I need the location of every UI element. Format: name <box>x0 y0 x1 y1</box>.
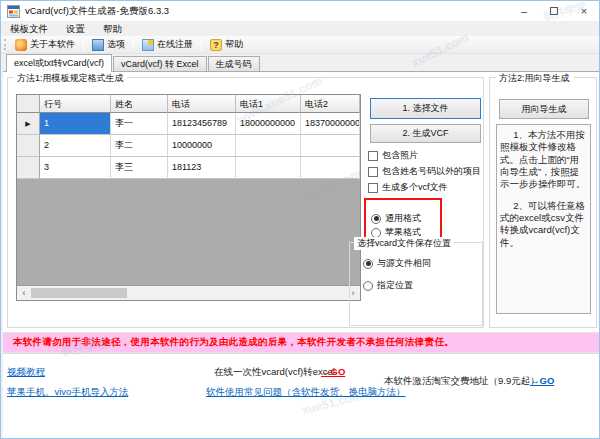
scrollbar-track[interactable] <box>31 286 346 300</box>
toolbar-register-button[interactable]: 在线注册 <box>137 38 198 51</box>
video-tutorial-link[interactable]: 视频教程 <box>7 366 45 379</box>
taobao-payment-text: 本软件激活淘宝交费地址（9.9元起） <box>384 375 540 388</box>
about-icon <box>15 39 27 51</box>
column-header[interactable]: 姓名 <box>111 95 168 113</box>
legal-warning-text: 本软件请勿用于非法途径，使用本软件的行为及由此造成的后果，本软件开发者不承担任何… <box>13 336 454 349</box>
close-button[interactable]: × <box>569 1 599 21</box>
toolbar-about-button[interactable]: 关于本软件 <box>10 38 80 51</box>
app-window: 软件学堂 xue51.com www.xue51.com xue51.com 软… <box>0 0 600 439</box>
column-header[interactable]: 电话 <box>168 95 236 113</box>
method1-groupbox: 方法1:用模板规定格式生成 行号 姓名 电话 电话1 电话2 ▶ 1 李一 18… <box>7 77 484 328</box>
save-location-groupbox: 选择vcard文件保存位置 与源文件相同 指定位置 <box>349 242 483 326</box>
table-cell[interactable]: 18000000000 <box>236 113 301 135</box>
table-cell[interactable]: 2 <box>40 135 111 157</box>
radio-same-as-source[interactable]: 与源文件相同 <box>363 257 431 270</box>
faq-link[interactable]: 软件使用常见问题（含软件发货、换电脑方法） <box>206 386 406 399</box>
select-file-button[interactable]: 1. 选择文件 <box>370 98 481 119</box>
method1-title: 方法1:用模板规定格式生成 <box>14 72 127 85</box>
legal-warning-bar: 本软件请勿用于非法途径，使用本软件的行为及由此造成的后果，本软件开发者不承担任何… <box>3 332 599 353</box>
instructions-paragraph: 2、可以将任意格式的excel或csv文件转换成vcard(vcf)文件。 <box>500 200 587 249</box>
footer-links-panel: 视频教程 苹果手机、vivo手机导入方法 在线一次性vcard(vcf)转exc… <box>3 353 599 438</box>
horizontal-scrollbar[interactable]: ‹ › <box>17 285 360 300</box>
minimize-button[interactable]: – <box>509 1 539 21</box>
tab-page: 方法1:用模板规定格式生成 行号 姓名 电话 电话1 电话2 ▶ 1 李一 18… <box>3 71 599 332</box>
column-header[interactable]: 行号 <box>40 95 111 113</box>
checkbox-icon <box>368 167 378 177</box>
table-row: 2 李二 10000000 <box>17 135 360 157</box>
table-cell[interactable]: 1 <box>40 113 111 135</box>
radio-icon <box>371 228 381 238</box>
generate-vcf-button[interactable]: 2. 生成VCF <box>370 124 481 143</box>
tab-strip: excel或txt转vCard(vcf) vCard(vcf) 转 Excel … <box>3 54 597 71</box>
toolbar-register-label: 在线注册 <box>157 38 193 51</box>
menu-settings[interactable]: 设置 <box>57 21 94 36</box>
toolbar-separator <box>83 39 84 51</box>
scroll-left-icon[interactable]: ‹ <box>17 286 31 300</box>
table-cell[interactable]: 183700000000 <box>301 113 360 135</box>
window-controls: – × <box>509 1 599 21</box>
table-row: ▶ 1 李一 18123456789 18000000000 183700000… <box>17 113 360 135</box>
contacts-table: 行号 姓名 电话 电话1 电话2 ▶ 1 李一 18123456789 1800… <box>16 94 361 301</box>
table-cell[interactable]: 李三 <box>111 157 168 179</box>
radio-generic-format[interactable]: 通用格式 <box>371 212 421 225</box>
row-selector[interactable] <box>17 135 40 157</box>
toolbar: 关于本软件 选项 在线注册 ? 帮助 <box>1 36 599 54</box>
radio-selected-icon <box>363 259 373 269</box>
checkbox-icon <box>368 183 378 193</box>
menu-template-file[interactable]: 模板文件 <box>1 21 57 36</box>
table-cell[interactable]: 18123456789 <box>168 113 236 135</box>
table-cell[interactable] <box>301 157 360 179</box>
toolbar-separator <box>201 39 202 51</box>
radio-icon <box>363 281 373 291</box>
maximize-button[interactable] <box>539 1 569 21</box>
app-icon <box>7 5 20 18</box>
scrollbar-thumb[interactable] <box>31 288 127 298</box>
column-header[interactable]: 电话1 <box>236 95 301 113</box>
radio-label: 与源文件相同 <box>377 257 431 270</box>
toolbar-help-button[interactable]: ? 帮助 <box>205 38 248 51</box>
toolbar-help-label: 帮助 <box>225 38 243 51</box>
menu-help[interactable]: 帮助 <box>94 21 131 36</box>
tab-vcard-to-excel[interactable]: vCard(vcf) 转 Excel <box>113 56 207 71</box>
table-cell[interactable]: 181123 <box>168 157 236 179</box>
checkbox-label: 包含照片 <box>382 149 418 162</box>
checkbox-icon <box>368 151 378 161</box>
table-cell[interactable]: 李一 <box>111 113 168 135</box>
row-selector[interactable] <box>17 157 40 179</box>
apple-vivo-import-link[interactable]: 苹果手机、vivo手机导入方法 <box>7 386 128 399</box>
toolbar-about-label: 关于本软件 <box>30 38 75 51</box>
toolbar-options-button[interactable]: 选项 <box>87 38 130 51</box>
column-header[interactable]: 电话2 <box>301 95 360 113</box>
checkbox-include-extra-fields[interactable]: 包含姓名号码以外的项目 <box>368 165 481 178</box>
radio-selected-icon <box>371 214 381 224</box>
table-cell[interactable]: 李二 <box>111 135 168 157</box>
menu-bar: 模板文件 设置 帮助 <box>1 21 599 36</box>
table-cell[interactable]: 3 <box>40 157 111 179</box>
options-icon <box>92 39 104 51</box>
tab-excel-to-vcard[interactable]: excel或txt转vCard(vcf) <box>6 54 112 72</box>
table-cell[interactable]: 10000000 <box>168 135 236 157</box>
method2-groupbox: 方法2:用向导生成 用向导生成 1、本方法不用按照模板文件修改格式。点击上面的“… <box>489 77 597 328</box>
current-row-marker-icon[interactable]: ▶ <box>17 113 40 135</box>
checkbox-label: 包含姓名号码以外的项目 <box>382 165 481 178</box>
table-cell[interactable] <box>301 135 360 157</box>
window-title: vCard(vcf)文件生成器-免费版6.3.3 <box>25 5 169 18</box>
toolbar-options-label: 选项 <box>107 38 125 51</box>
online-register-icon <box>142 39 154 51</box>
row-selector-header[interactable] <box>17 95 40 113</box>
tab-generate-numbers[interactable]: 生成号码 <box>208 56 260 71</box>
help-icon: ? <box>210 39 222 51</box>
wizard-instructions: 1、本方法不用按照模板文件修改格式。点击上面的“用向导生成”，按照提示一步步操作… <box>496 124 591 314</box>
radio-specify-location[interactable]: 指定位置 <box>363 279 413 292</box>
taobao-go-link[interactable]: →GO <box>530 375 554 386</box>
table-cell[interactable] <box>236 135 301 157</box>
wizard-generate-button[interactable]: 用向导生成 <box>499 99 589 119</box>
radio-label: 通用格式 <box>385 212 421 225</box>
save-location-title: 选择vcard文件保存位置 <box>354 237 454 250</box>
table-cell[interactable] <box>236 157 301 179</box>
checkbox-multiple-vcf[interactable]: 生成多个vcf文件 <box>368 181 448 194</box>
checkbox-include-photo[interactable]: 包含照片 <box>368 149 418 162</box>
maximize-icon <box>550 7 558 15</box>
table-row: 3 李三 181123 <box>17 157 360 179</box>
online-convert-go-link[interactable]: →GO <box>321 366 345 377</box>
